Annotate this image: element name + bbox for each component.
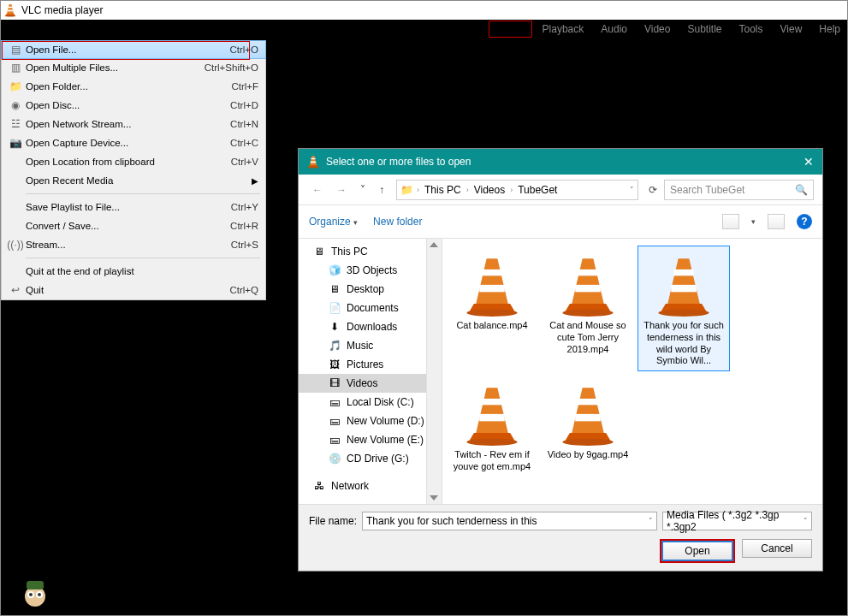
forward-icon[interactable]: → — [331, 181, 352, 199]
menu-item-shortcut: Ctrl+Shift+O — [205, 62, 258, 73]
vlc-icon — [4, 3, 16, 17]
🖥: 🖥 — [312, 246, 326, 258]
menu-item[interactable]: 📁Open Folder...Ctrl+F — [2, 77, 265, 96]
filename-input[interactable]: Thank you for such tenderness in this ˅ — [362, 512, 657, 530]
desktop-icon: 🖥 — [328, 283, 341, 295]
menu-item[interactable]: Open Location from clipboardCtrl+V — [2, 152, 265, 171]
help-icon[interactable]: ? — [797, 214, 812, 229]
breadcrumb-item[interactable]: TubeGet — [516, 184, 559, 196]
menu-item[interactable]: Convert / Save...Ctrl+R — [2, 216, 265, 235]
tree-node-label: Local Disk (C:) — [347, 396, 414, 408]
close-icon[interactable]: ✕ — [804, 155, 814, 169]
menu-item-label: Open Disc... — [24, 100, 230, 110]
view-mode-button[interactable] — [722, 214, 739, 229]
menu-tools[interactable]: Tools — [732, 21, 770, 37]
drive-icon: 🖴 — [328, 396, 341, 408]
menu-item[interactable]: ((·))Stream...Ctrl+S — [2, 235, 265, 254]
menu-item[interactable]: Save Playlist to File...Ctrl+Y — [2, 198, 265, 216]
folder-icon: 📁 — [7, 80, 24, 92]
filetype-filter[interactable]: Media Files ( *.3g2 *.3gp *.3gp2 ˅ — [662, 512, 812, 530]
refresh-icon[interactable]: ⟳ — [645, 181, 661, 199]
tree-node-label: Pictures — [347, 358, 383, 370]
menu-item[interactable]: ☳Open Network Stream...Ctrl+N — [2, 115, 265, 133]
capture-icon: 📷 — [7, 137, 24, 149]
menu-item-shortcut: Ctrl+O — [229, 44, 258, 55]
menu-item[interactable]: ▥Open Multiple Files...Ctrl+Shift+O — [2, 58, 265, 77]
file-name: Video by 9gag.mp4 — [548, 449, 629, 461]
menu-media[interactable]: Media — [489, 21, 532, 38]
new-folder-button[interactable]: New folder — [373, 216, 422, 228]
tree-node-label: Desktop — [347, 283, 384, 295]
breadcrumb[interactable]: 📁 › This PC › Videos › TubeGet ˅ — [396, 180, 638, 200]
tree-node[interactable]: 💿CD Drive (G:) — [299, 449, 426, 468]
menu-item-label: Quit at the end of playlist — [24, 266, 258, 276]
tree-node[interactable]: 🖧Network — [299, 477, 426, 495]
menu-item-shortcut: Ctrl+D — [230, 100, 258, 110]
videos-icon: 🎞 — [328, 377, 341, 389]
chevron-down-icon[interactable]: ˅ — [630, 186, 634, 194]
menu-item-shortcut: Ctrl+R — [230, 221, 258, 231]
file-item[interactable]: Thank you for such tenderness in this wi… — [637, 246, 730, 371]
tree-node-label: New Volume (D:) — [347, 415, 424, 427]
file-item[interactable]: Cat and Mouse so cute Tom Jerry 2019.mp4 — [542, 246, 634, 371]
file-item[interactable]: Cat balance.mp4 — [446, 246, 538, 371]
recent-icon[interactable]: ˅ — [355, 181, 371, 199]
filename-label: File name: — [309, 515, 357, 527]
breadcrumb-item[interactable]: This PC — [423, 184, 463, 196]
file-thumbnail — [554, 379, 622, 447]
menu-item[interactable]: Quit at the end of playlist — [2, 262, 265, 281]
cancel-button[interactable]: Cancel — [742, 539, 812, 558]
tree-node[interactable]: 🖴New Volume (E:) — [299, 430, 426, 449]
svg-point-9 — [29, 593, 33, 596]
svg-point-10 — [38, 593, 41, 596]
menu-item-label: Save Playlist to File... — [24, 202, 231, 212]
tree-node[interactable]: 🖥Desktop — [299, 280, 426, 299]
menu-item[interactable]: Open Recent Media▶ — [2, 171, 265, 190]
menubar: Media Playback Audio Video Subtitle Tool… — [483, 20, 847, 38]
tree-node-label: This PC — [331, 246, 368, 258]
tree-node[interactable]: 🖴New Volume (D:) — [299, 412, 426, 430]
tree-node[interactable]: 🎵Music — [299, 336, 426, 355]
chevron-down-icon[interactable]: ▾ — [751, 217, 756, 226]
menu-item[interactable]: ◉Open Disc...Ctrl+D — [2, 96, 265, 115]
tree-node[interactable]: 🧊3D Objects — [299, 261, 426, 280]
menu-subtitle[interactable]: Subtitle — [680, 21, 728, 37]
media-dropdown: ▤Open File...Ctrl+O▥Open Multiple Files.… — [1, 40, 266, 300]
preview-pane-button[interactable] — [768, 214, 785, 229]
menu-item-label: Stream... — [24, 240, 231, 250]
menu-item-label: Open File... — [24, 44, 229, 55]
menu-help[interactable]: Help — [812, 21, 847, 37]
tree-node-label: Downloads — [347, 321, 397, 333]
music-icon: 🎵 — [328, 340, 341, 352]
chevron-down-icon[interactable]: ˅ — [804, 517, 808, 525]
tree-node[interactable]: 📄Documents — [299, 299, 426, 317]
menu-item[interactable]: 📷Open Capture Device...Ctrl+C — [2, 133, 265, 152]
tree-node[interactable]: 🖴Local Disk (C:) — [299, 393, 426, 412]
breadcrumb-item[interactable]: Videos — [472, 184, 507, 196]
menu-item[interactable]: ↩QuitCtrl+Q — [2, 281, 265, 299]
chevron-down-icon[interactable]: ˅ — [649, 517, 653, 525]
tree-node-label: Documents — [347, 302, 399, 314]
tree-node[interactable]: ⬇Downloads — [299, 317, 426, 336]
up-icon[interactable]: ↑ — [374, 181, 389, 199]
open-button[interactable]: Open — [662, 542, 732, 560]
search-input[interactable]: Search TubeGet 🔍 — [664, 180, 814, 200]
organize-button[interactable]: Organize ▾ — [309, 216, 358, 228]
tree-node-label: Music — [347, 340, 373, 352]
file-item[interactable]: Video by 9gag.mp4 — [542, 375, 634, 477]
menu-video[interactable]: Video — [637, 21, 677, 37]
tree-node[interactable]: 🖥This PC — [299, 242, 426, 261]
file-name: Cat balance.mp4 — [456, 320, 527, 332]
files-icon: ▥ — [7, 62, 24, 74]
menu-item[interactable]: ▤Open File...Ctrl+O — [1, 40, 266, 59]
menu-audio[interactable]: Audio — [594, 21, 634, 37]
file-thumbnail — [458, 379, 526, 447]
menu-playback[interactable]: Playback — [536, 21, 591, 37]
tree-node[interactable]: 🎞Videos — [299, 374, 426, 393]
file-item[interactable]: Twitch - Rev em if youve got em.mp4 — [446, 375, 538, 477]
tree-scrollbar[interactable] — [427, 239, 442, 504]
tree-node[interactable]: 🖼Pictures — [299, 355, 426, 374]
back-icon[interactable]: ← — [307, 181, 328, 199]
menu-view[interactable]: View — [774, 21, 809, 37]
file-name: Twitch - Rev em if youve got em.mp4 — [448, 449, 536, 473]
